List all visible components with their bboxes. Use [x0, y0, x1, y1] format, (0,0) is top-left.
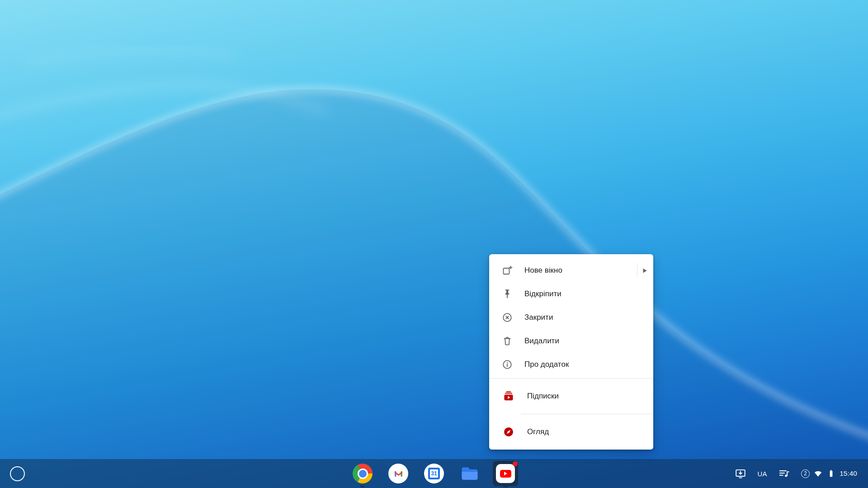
menu-item-about-app[interactable]: Про додаток: [489, 353, 653, 376]
desktop-wallpaper: [0, 0, 868, 488]
gmail-icon: [388, 464, 408, 483]
notification-counter: 2: [801, 469, 810, 478]
shelf-app-row: 31: [350, 459, 518, 488]
menu-item-label: Огляд: [527, 427, 647, 436]
unpin-icon: [502, 289, 513, 299]
trash-icon: [502, 336, 513, 346]
submenu-indicator: [637, 259, 647, 282]
menu-item-new-window[interactable]: Нове вікно: [489, 259, 653, 282]
app-context-menu: Нове вікно Відкріпити: [489, 254, 653, 450]
menu-item-subscriptions[interactable]: Підписки: [489, 379, 653, 414]
running-indicator: [361, 486, 365, 487]
screen-cast-button[interactable]: [731, 463, 750, 484]
chrome-icon: [353, 464, 373, 483]
shelf-app-gmail[interactable]: [386, 461, 411, 486]
menu-item-close[interactable]: Закрити: [489, 306, 653, 329]
calendar-icon: 31: [424, 464, 444, 483]
info-icon: [502, 359, 513, 370]
menu-item-label: Підписки: [527, 392, 647, 401]
close-circle-icon: [502, 312, 513, 323]
notification-dot: [513, 461, 518, 466]
menu-item-label: Відкріпити: [524, 289, 647, 298]
wifi-icon: [813, 469, 823, 479]
menu-item-label: Нове вікно: [524, 266, 625, 275]
battery-icon: [826, 469, 836, 479]
wallpaper-waves: [0, 0, 868, 488]
menu-item-delete[interactable]: Видалити: [489, 329, 653, 353]
submenu-arrow-icon: [643, 268, 647, 273]
media-controls-button[interactable]: [774, 463, 794, 484]
shelf-app-files[interactable]: [457, 461, 482, 486]
running-indicator: [504, 486, 508, 487]
media-playlist-icon: [778, 468, 790, 479]
system-tray-button[interactable]: 2 15:40: [796, 463, 863, 484]
play-icon: [504, 472, 507, 475]
status-area: UA 2 15:40: [731, 463, 868, 484]
menu-item-explore[interactable]: Огляд: [489, 414, 653, 450]
ime-language-button[interactable]: UA: [752, 463, 772, 484]
ime-language-label: UA: [757, 470, 767, 478]
screen-cast-icon: [735, 468, 746, 479]
context-menu-actions: Нове вікно Відкріпити: [489, 254, 653, 378]
new-window-icon: [502, 265, 513, 276]
launcher-icon: [10, 466, 25, 481]
files-folder-icon: [460, 464, 480, 483]
menu-item-unpin[interactable]: Відкріпити: [489, 282, 653, 306]
calendar-day-number: 31: [431, 470, 437, 477]
shelf-app-calendar[interactable]: 31: [421, 461, 447, 486]
youtube-icon: [496, 464, 515, 483]
submenu-divider: [637, 263, 637, 278]
shelf: 31 UA: [0, 459, 868, 488]
clock-label: 15:40: [840, 469, 857, 478]
shelf-app-chrome[interactable]: [350, 461, 375, 486]
subscriptions-icon: [503, 390, 514, 402]
notification-count-label: 2: [804, 471, 807, 476]
menu-item-label: Закрити: [524, 313, 647, 322]
launcher-button[interactable]: [6, 463, 28, 484]
compass-icon: [503, 426, 514, 438]
shelf-app-youtube[interactable]: [493, 461, 518, 486]
menu-item-label: Видалити: [524, 336, 647, 346]
menu-item-label: Про додаток: [524, 360, 647, 369]
